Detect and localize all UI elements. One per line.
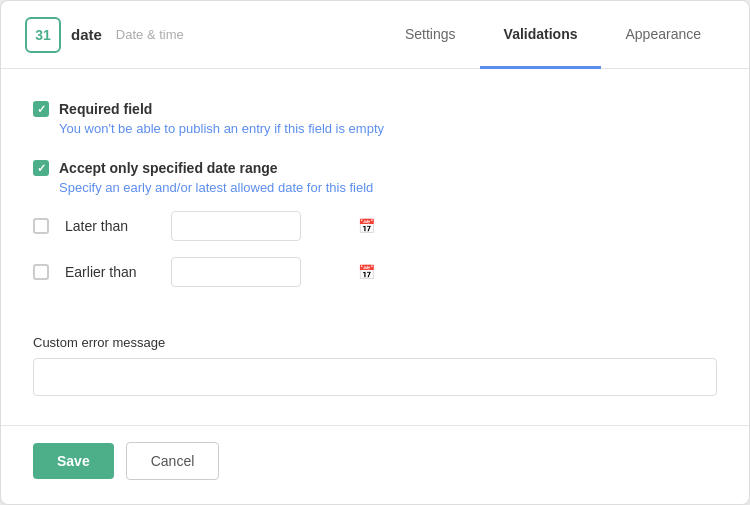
later-than-label: Later than (65, 218, 155, 234)
earlier-than-label: Earlier than (65, 264, 155, 280)
tab-validations[interactable]: Validations (480, 2, 602, 69)
date-range-sub-options: Later than 📅 Earlier than 📅 (33, 211, 717, 287)
date-range-title: Accept only specified date range (59, 160, 278, 176)
header-tabs: Settings Validations Appearance (381, 1, 725, 68)
earlier-than-row: Earlier than 📅 (33, 257, 717, 287)
calendar-icon[interactable]: 📅 (358, 264, 375, 280)
required-field-title: Required field (59, 101, 152, 117)
save-button[interactable]: Save (33, 443, 114, 479)
required-field-option: ✓ Required field You won't be able to pu… (33, 101, 717, 136)
field-type-label: date (71, 26, 102, 43)
later-than-input-wrapper: 📅 (171, 211, 301, 241)
cancel-button[interactable]: Cancel (126, 442, 220, 480)
custom-error-input[interactable] (33, 358, 717, 396)
modal-container: 31 date Date & time Settings Validations… (0, 0, 750, 505)
later-than-input[interactable] (182, 219, 350, 234)
required-field-header: ✓ Required field (33, 101, 717, 117)
required-field-checkbox[interactable]: ✓ (33, 101, 49, 117)
later-than-checkbox[interactable] (33, 218, 49, 234)
logo-area: 31 date Date & time (25, 17, 184, 53)
modal-header: 31 date Date & time Settings Validations… (1, 1, 749, 69)
field-type-sublabel: Date & time (116, 27, 184, 42)
custom-error-label: Custom error message (33, 335, 717, 350)
custom-error-section: Custom error message (33, 335, 717, 396)
tab-appearance[interactable]: Appearance (601, 2, 725, 69)
required-field-description: You won't be able to publish an entry if… (59, 121, 717, 136)
earlier-than-input[interactable] (182, 265, 350, 280)
date-range-header: ✓ Accept only specified date range (33, 160, 717, 176)
date-range-description: Specify an early and/or latest allowed d… (59, 180, 717, 195)
checkmark-icon: ✓ (37, 104, 46, 115)
earlier-than-checkbox[interactable] (33, 264, 49, 280)
later-than-row: Later than 📅 (33, 211, 717, 241)
earlier-than-input-wrapper: 📅 (171, 257, 301, 287)
calendar-icon[interactable]: 📅 (358, 218, 375, 234)
date-icon: 31 (25, 17, 61, 53)
modal-footer: Save Cancel (1, 425, 749, 504)
date-range-option: ✓ Accept only specified date range Speci… (33, 160, 717, 303)
date-range-checkbox[interactable]: ✓ (33, 160, 49, 176)
tab-settings[interactable]: Settings (381, 2, 480, 69)
checkmark-icon: ✓ (37, 163, 46, 174)
modal-content: ✓ Required field You won't be able to pu… (1, 69, 749, 425)
